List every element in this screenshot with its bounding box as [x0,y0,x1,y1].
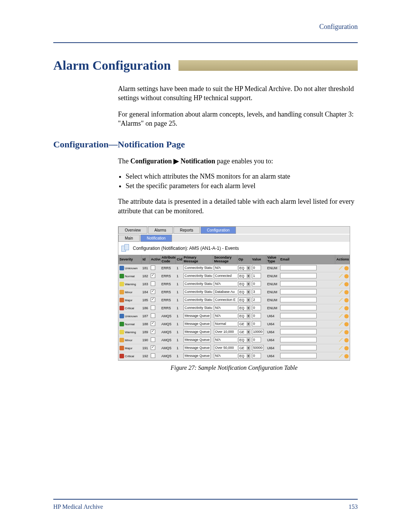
value-input[interactable]: 3 [252,289,261,294]
tab-reports[interactable]: Reports [174,227,200,234]
op-select[interactable]: EQ▾ [238,273,251,279]
secondary-input[interactable]: Connected [214,273,237,278]
value-input[interactable]: 0 [252,281,261,286]
op-select[interactable]: EQ▾ [238,289,251,295]
value-input[interactable]: 0 [252,353,261,358]
secondary-input[interactable]: Over 10,000 [214,329,237,334]
email-input[interactable] [280,281,317,286]
active-checkbox[interactable] [151,305,155,310]
op-select[interactable]: EQ▾ [238,337,251,343]
secondary-input[interactable]: Database Au [214,289,237,294]
op-select[interactable]: EQ▾ [238,313,251,319]
edit-icon[interactable] [339,346,343,350]
value-input[interactable]: 2 [252,297,261,302]
tab-alarms[interactable]: Alarms [148,227,173,234]
edit-icon[interactable] [339,314,343,318]
op-select[interactable]: GE▾ [238,321,251,327]
primary-input[interactable]: Message Queue [183,329,211,334]
active-checkbox[interactable] [151,273,155,278]
active-checkbox[interactable] [151,329,155,334]
edit-icon[interactable] [339,290,343,294]
delete-icon[interactable] [344,354,349,358]
primary-input[interactable]: Connectivity Statu [183,305,213,310]
primary-input[interactable]: Message Queue [183,353,211,358]
primary-input[interactable]: Connectivity Statu [183,289,213,294]
edit-icon[interactable] [339,266,343,270]
email-input[interactable] [280,265,317,270]
subtab-main[interactable]: Main [118,235,140,242]
primary-input[interactable]: Message Queue [183,313,211,318]
edit-icon[interactable] [339,330,343,334]
secondary-input[interactable]: N/A [214,281,237,286]
email-input[interactable] [280,353,317,358]
value-input[interactable]: 10000 [252,329,264,334]
secondary-input[interactable]: N/A [214,313,237,318]
active-checkbox[interactable] [151,265,155,270]
subtab-notification[interactable]: Notification [140,235,172,242]
email-input[interactable] [280,321,317,326]
value-input[interactable]: 0 [252,305,261,310]
tab-configuration[interactable]: Configuration [201,227,236,234]
email-input[interactable] [280,289,317,294]
email-input[interactable] [280,329,317,334]
email-input[interactable] [280,305,317,310]
email-input[interactable] [280,337,317,342]
op-select[interactable]: EQ▾ [238,297,251,303]
active-checkbox[interactable] [151,281,155,286]
active-checkbox[interactable] [151,337,155,342]
delete-icon[interactable] [344,266,349,270]
active-checkbox[interactable] [151,289,155,294]
op-select[interactable]: EQ▾ [238,281,251,287]
op-select[interactable]: EQ▾ [238,353,251,359]
secondary-input[interactable]: N/A [214,305,237,310]
op-select[interactable]: GE▾ [238,345,251,351]
value-input[interactable]: 0 [252,321,261,326]
secondary-input[interactable]: N/A [214,265,237,270]
edit-icon[interactable] [339,282,343,286]
op-select[interactable]: EQ▾ [238,265,251,271]
delete-icon[interactable] [344,314,349,318]
edit-icon[interactable] [339,298,343,302]
email-input[interactable] [280,273,317,278]
active-checkbox[interactable] [151,313,155,318]
secondary-input[interactable]: N/A [214,353,237,358]
edit-icon[interactable] [339,338,343,342]
secondary-input[interactable]: N/A [214,337,237,342]
email-input[interactable] [280,345,317,350]
primary-input[interactable]: Connectivity Statu [183,281,213,286]
delete-icon[interactable] [344,338,349,342]
primary-input[interactable]: Connectivity Statu [183,297,213,302]
delete-icon[interactable] [344,346,349,350]
value-input[interactable]: 0 [252,313,261,318]
active-checkbox[interactable] [151,353,155,358]
value-input[interactable]: 0 [252,337,261,342]
edit-icon[interactable] [339,322,343,326]
secondary-input[interactable]: Connection E [214,297,237,302]
delete-icon[interactable] [344,306,349,310]
active-checkbox[interactable] [151,297,155,302]
primary-input[interactable]: Message Queue [183,345,211,350]
edit-icon[interactable] [339,354,343,358]
delete-icon[interactable] [344,290,349,294]
email-input[interactable] [280,297,317,302]
delete-icon[interactable] [344,274,349,278]
value-input[interactable]: 0 [252,265,261,270]
primary-input[interactable]: Connectivity Statu [183,265,213,270]
op-select[interactable]: GE▾ [238,329,251,335]
email-input[interactable] [280,313,317,318]
tab-overview[interactable]: Overview [118,227,147,234]
active-checkbox[interactable] [151,321,155,326]
edit-icon[interactable] [339,274,343,278]
edit-icon[interactable] [339,306,343,310]
op-select[interactable]: EQ▾ [238,305,251,311]
delete-icon[interactable] [344,322,349,326]
secondary-input[interactable]: Over 50,000 [214,345,237,350]
active-checkbox[interactable] [151,345,155,350]
primary-input[interactable]: Connectivity Statu [183,273,213,278]
delete-icon[interactable] [344,330,349,334]
primary-input[interactable]: Message Queue [183,321,211,326]
value-input[interactable]: 50000 [252,345,264,350]
delete-icon[interactable] [344,298,349,302]
secondary-input[interactable]: Normal [214,321,237,326]
delete-icon[interactable] [344,282,349,286]
